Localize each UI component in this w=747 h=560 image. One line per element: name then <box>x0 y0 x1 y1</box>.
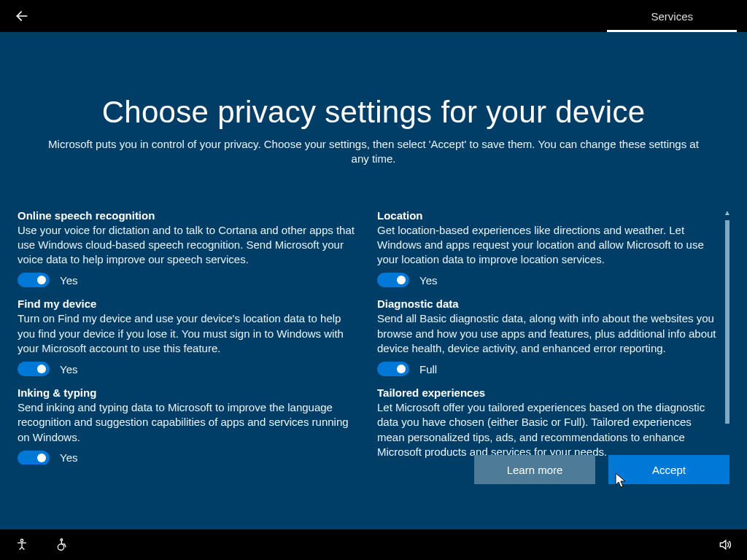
accessibility-icon <box>55 537 70 552</box>
svg-point-2 <box>61 539 63 541</box>
tab-services[interactable]: Services <box>607 0 737 32</box>
setting-title: Tailored experiences <box>377 386 716 399</box>
page-subtitle: Microsoft puts you in control of your pr… <box>18 137 729 167</box>
setting-diagnostic: Diagnostic data Send all Basic diagnosti… <box>377 298 716 376</box>
scrollbar-thumb[interactable] <box>725 220 729 424</box>
tab-services-label: Services <box>651 10 693 23</box>
setting-desc: Let Microsoft offer you tailored experie… <box>377 400 716 459</box>
setting-desc: Get location-based experiences like dire… <box>377 223 716 268</box>
setting-title: Find my device <box>18 298 357 310</box>
toggle-label: Yes <box>60 274 77 287</box>
ease-of-access-icon <box>15 537 29 552</box>
setting-desc: Send all Basic diagnostic data, along wi… <box>377 311 716 356</box>
setting-desc: Send inking and typing data to Microsoft… <box>18 400 357 445</box>
setting-inking: Inking & typing Send inking and typing d… <box>18 386 357 464</box>
setting-desc: Use your voice for dictation and to talk… <box>18 223 357 268</box>
learn-more-button[interactable]: Learn more <box>474 455 595 484</box>
toggle-label: Yes <box>419 274 437 287</box>
arrow-left-icon <box>15 9 29 23</box>
setting-tailored: Tailored experiences Let Microsoft offer… <box>377 386 716 464</box>
setting-findmydevice: Find my device Turn on Find my device an… <box>18 298 357 376</box>
setting-title: Inking & typing <box>18 386 357 399</box>
svg-point-3 <box>58 544 63 550</box>
ease-of-access-button[interactable] <box>13 536 31 553</box>
toggle-label: Full <box>419 363 437 376</box>
settings-columns: Online speech recognition Use your voice… <box>18 209 729 464</box>
content-area: Choose privacy settings for your device … <box>0 32 747 529</box>
bottom-bar <box>0 529 747 560</box>
scrollbar[interactable]: ▲ ▼ <box>722 208 732 463</box>
accessibility-button[interactable] <box>54 536 71 553</box>
toggle-label: Yes <box>60 363 77 376</box>
toggle-location[interactable] <box>377 273 409 287</box>
setting-title: Location <box>377 209 716 222</box>
button-row: Learn more Accept <box>474 455 729 484</box>
volume-button[interactable] <box>716 536 734 553</box>
volume-icon <box>718 537 732 552</box>
settings-column-left: Online speech recognition Use your voice… <box>18 209 357 464</box>
toggle-speech[interactable] <box>18 273 50 287</box>
setting-desc: Turn on Find my device and use your devi… <box>18 311 357 356</box>
setting-title: Diagnostic data <box>377 298 716 310</box>
setting-location: Location Get location-based experiences … <box>377 209 716 288</box>
accept-button[interactable]: Accept <box>608 455 729 484</box>
toggle-label: Yes <box>60 451 77 464</box>
page-title: Choose privacy settings for your device <box>18 95 729 130</box>
settings-column-right: Location Get location-based experiences … <box>377 209 716 464</box>
setting-title: Online speech recognition <box>18 209 357 222</box>
svg-point-1 <box>20 540 23 542</box>
setting-speech: Online speech recognition Use your voice… <box>18 209 357 288</box>
back-button[interactable] <box>9 3 35 29</box>
scroll-up-icon[interactable]: ▲ <box>722 208 732 218</box>
toggle-inking[interactable] <box>18 451 50 464</box>
top-bar: Services <box>0 0 747 32</box>
toggle-findmydevice[interactable] <box>18 362 50 376</box>
toggle-diagnostic[interactable] <box>377 362 409 376</box>
